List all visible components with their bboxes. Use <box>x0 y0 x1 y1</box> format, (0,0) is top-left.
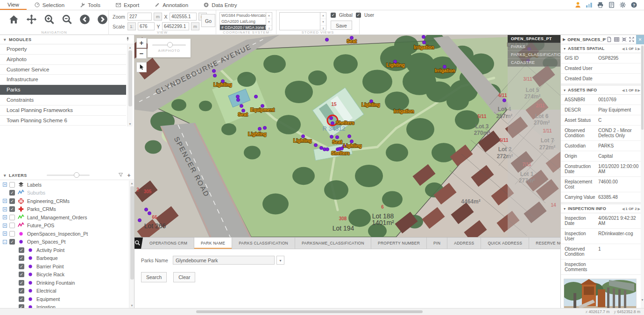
asset-point[interactable] <box>319 146 323 149</box>
stored-views-spinner[interactable]: ▲▼⇟ <box>320 12 326 30</box>
scroll-down-icon[interactable]: ▼ <box>129 304 134 307</box>
info-panel-close-button[interactable]: ✕ <box>636 35 644 44</box>
asset-point[interactable] <box>212 69 215 72</box>
asset-point[interactable] <box>213 74 216 77</box>
pager-next-icon[interactable]: ▶ <box>637 47 640 50</box>
map-select-cursor-button[interactable] <box>136 62 147 72</box>
panel-expand-caret[interactable]: ▶ <box>563 37 566 42</box>
layer-item-suburbs[interactable]: ✓Suburbs <box>0 189 129 197</box>
search-tab-pin[interactable]: PIN <box>427 238 447 249</box>
search-tab-operations-crm[interactable]: OPERATIONS CRM <box>143 238 194 249</box>
asset-point[interactable] <box>329 116 333 119</box>
zoom-input[interactable] <box>127 13 152 21</box>
asset-point[interactable] <box>138 218 141 222</box>
sidebar-item-customer-service[interactable]: Customer Service <box>0 65 126 75</box>
home-icon[interactable] <box>8 14 19 25</box>
modules-header[interactable]: ▾ MODULES <box>0 35 134 44</box>
scroll-down-icon[interactable]: ▼ <box>641 298 644 301</box>
scroll-up-icon[interactable]: ▲ <box>129 182 134 185</box>
asset-point[interactable] <box>236 98 240 101</box>
scroll-down-icon[interactable]: ▼ <box>127 122 133 126</box>
sidebar-item-infrastructure[interactable]: Infrastructure <box>0 75 126 85</box>
user-checkbox[interactable]: ✓ <box>356 13 361 18</box>
asset-point[interactable] <box>422 35 425 38</box>
overlay-layer-open-spaces-pt[interactable]: OPEN_SPACES_PT <box>508 35 560 43</box>
menu-tab-annotation[interactable]: Annotation <box>147 0 196 10</box>
inspection-photo[interactable] <box>564 279 637 308</box>
menu-tab-selection[interactable]: Selection <box>27 0 72 10</box>
search-tab-property-number[interactable]: PROPERTY NUMBER <box>371 238 427 249</box>
layer-item-labels[interactable]: +Labels <box>0 181 129 189</box>
page-icon[interactable] <box>606 36 612 42</box>
layer-item-land-management-orders[interactable]: +Land_Management_Orders <box>0 213 129 222</box>
layer-checkbox[interactable]: ✓ <box>19 280 24 286</box>
asset-point[interactable] <box>236 95 239 98</box>
layer-item-barbeque[interactable]: ✓Barbeque <box>0 254 129 263</box>
search-tab-park-name[interactable]: PARK NAME <box>194 238 232 249</box>
layer-item-bicycle-rack[interactable]: ✓Bicycle Rack <box>0 271 129 279</box>
layer-checkbox[interactable] <box>9 215 15 220</box>
info-panel-scrollbar[interactable]: ▼ <box>641 45 644 308</box>
layer-checkbox[interactable]: ✓ <box>9 206 15 212</box>
airphoto-slider[interactable] <box>152 44 186 46</box>
layer-item-activity-point[interactable]: ✓Activity Point <box>0 246 129 254</box>
pan-icon[interactable] <box>26 14 37 25</box>
layer-checkbox[interactable]: ✓ <box>19 264 24 269</box>
section-collapse-caret[interactable]: ▾ <box>564 207 566 211</box>
asset-point[interactable] <box>325 38 328 41</box>
layers-collapse-caret[interactable]: ▾ <box>4 173 6 178</box>
asset-point[interactable] <box>422 41 425 44</box>
forward-icon[interactable] <box>97 14 108 25</box>
layers-scrollbar[interactable]: ▲ ▼ <box>129 181 134 308</box>
modules-collapse-caret[interactable]: ▾ <box>4 37 6 42</box>
x-input[interactable] <box>170 13 197 21</box>
asset-point[interactable] <box>350 140 353 143</box>
asset-point[interactable] <box>240 104 243 107</box>
layer-item-drinking-fountain[interactable]: ✓Drinking Fountain <box>0 279 129 287</box>
coordinate-system-option[interactable]: # GDA2020 / MGA zone 50 <box>220 25 266 30</box>
sidebar-item-property[interactable]: Property <box>0 44 126 55</box>
search-tab-parks-classification[interactable]: PARKS CLASSIFICATION <box>232 238 295 249</box>
asset-point[interactable] <box>347 134 351 138</box>
layer-checkbox[interactable]: ✓ <box>19 272 24 277</box>
sidebar-item-airphoto[interactable]: Airphoto <box>0 55 126 65</box>
zoom-in-icon[interactable] <box>44 14 55 25</box>
map-zoom-out-button[interactable]: − <box>136 49 147 59</box>
layers-header[interactable]: ▾ LAYERS + <box>0 171 134 180</box>
menu-tab-view[interactable]: View <box>0 0 27 10</box>
asset-point[interactable] <box>330 135 333 138</box>
layer-item-openspaces-inspection-pt[interactable]: +OpenSpaces_Inspection_Pt <box>0 230 129 238</box>
coordinate-system-option[interactable]: WGS84 Pseudo-Mercator <box>220 13 266 19</box>
layer-item-electrical[interactable]: ✓Electrical <box>0 287 129 295</box>
expand-node-icon[interactable]: + <box>3 199 7 203</box>
menu-tab-export[interactable]: Export <box>108 0 147 10</box>
overlay-layer-cadastre[interactable]: CADASTRE <box>508 59 560 67</box>
layer-checkbox[interactable]: ✓ <box>19 255 24 261</box>
modules-scrollbar[interactable]: ▲ ▼ <box>127 45 133 126</box>
layer-checkbox[interactable]: ✓ <box>9 198 15 204</box>
search-tab-button[interactable] <box>134 238 143 249</box>
expand-node-icon[interactable]: + <box>3 224 7 228</box>
menu-tab-tools[interactable]: Tools <box>72 0 108 10</box>
expand-node-icon[interactable]: + <box>3 207 7 211</box>
sidebar-item-town-planning-scheme-6[interactable]: Town Planning Scheme 6 <box>0 116 126 126</box>
global-checkbox[interactable]: ✓ <box>331 13 336 18</box>
map-viewport[interactable]: GLYNDEBOURNE AVENUESPENCER ROAD Lighting… <box>134 35 560 237</box>
scale-input[interactable] <box>138 22 155 30</box>
layer-checkbox[interactable]: ✓ <box>9 190 15 196</box>
asset-point[interactable] <box>314 143 317 147</box>
collapse-icon[interactable] <box>621 36 627 42</box>
asset-point[interactable] <box>502 98 506 102</box>
zoom-out-icon[interactable] <box>62 14 72 25</box>
stored-views-list[interactable] <box>279 12 320 30</box>
layer-checkbox[interactable]: ✓ <box>9 239 15 245</box>
save-button[interactable]: Save <box>331 21 352 30</box>
parks-name-dropdown-button[interactable]: ▼ <box>276 256 284 265</box>
back-icon[interactable] <box>79 14 90 25</box>
search-tab-quick-address[interactable]: QUICK ADDRESS <box>481 238 529 249</box>
map-horizontal-scrollbar[interactable] <box>196 310 423 313</box>
map-zoom-in-button[interactable]: + <box>136 38 147 48</box>
go-button[interactable]: Go <box>201 14 215 27</box>
expand-node-icon[interactable]: + <box>3 231 7 236</box>
section-collapse-caret[interactable]: ▾ <box>564 88 566 92</box>
